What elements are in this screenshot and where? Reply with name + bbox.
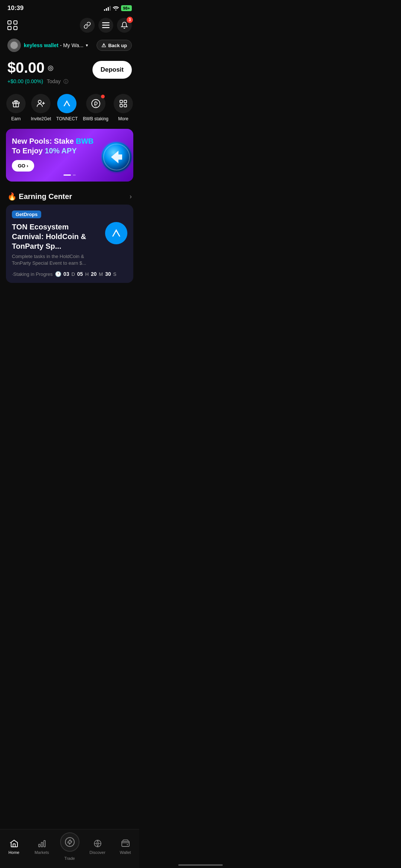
- balance-change: +$0.00 (0.00%): [7, 78, 43, 84]
- more-icon-wrap: [114, 94, 133, 113]
- header-actions: 3: [80, 18, 132, 33]
- tonnect-icon-wrap: [57, 94, 76, 113]
- banner-dot-active: [63, 174, 71, 176]
- earning-card-desc: Complete tasks in the HoldCoin & TonPart…: [12, 253, 101, 267]
- backup-label: Back up: [108, 43, 127, 48]
- apps-button[interactable]: [7, 20, 18, 30]
- bwb-notif-dot: [101, 95, 105, 98]
- battery-icon: 98+: [121, 5, 132, 11]
- menu-button[interactable]: [98, 18, 113, 33]
- banner-line1: New Pools: Stake: [12, 137, 76, 145]
- wifi-icon: [113, 6, 119, 10]
- tonnect-icon: [62, 99, 72, 108]
- timer-days: 03: [63, 271, 69, 277]
- wallet-name-row: keyless wallet - My Wa... ▾: [24, 42, 88, 48]
- invite2get-icon-wrap: [31, 94, 50, 113]
- svg-rect-16: [124, 100, 127, 103]
- menu-icon: [102, 22, 110, 28]
- tonnect-logo-icon: [110, 227, 122, 239]
- earning-card-title: TON Ecosystem Carnival: HoldCoin & TonPa…: [12, 222, 101, 251]
- chevron-right-icon: ›: [130, 193, 132, 200]
- deposit-button[interactable]: Deposit: [92, 61, 132, 79]
- earn-action[interactable]: Earn: [6, 94, 26, 121]
- banner-dots: [12, 174, 127, 176]
- svg-rect-1: [102, 25, 110, 26]
- wallet-row: keyless wallet - My Wa... ▾ ⚠ Back up: [0, 37, 139, 56]
- banner-go-button[interactable]: GO ›: [12, 160, 34, 172]
- wallet-info[interactable]: keyless wallet - My Wa... ▾: [7, 39, 88, 52]
- svg-rect-0: [102, 22, 110, 23]
- tonnect-action[interactable]: TONNECT: [56, 94, 78, 121]
- bwb-staking-action[interactable]: BWB staking: [83, 94, 108, 121]
- status-icons: 98+: [104, 5, 132, 11]
- banner-dot-1: [73, 174, 76, 176]
- earning-center-title: 🔥 Earning Center: [7, 192, 72, 201]
- balance-section: $0.00 ◎ +$0.00 (0.00%) Today ⓘ Deposit: [0, 56, 139, 87]
- invite2get-label: Invite2Get: [31, 116, 51, 121]
- banner-line2: To Enjoy: [12, 147, 45, 155]
- svg-rect-2: [102, 27, 110, 28]
- more-label: More: [118, 116, 128, 121]
- timer-secs-label: S: [113, 271, 117, 277]
- eye-icon[interactable]: ◎: [48, 64, 53, 72]
- staking-tag: ·Staking in Progres: [12, 271, 53, 277]
- earning-card[interactable]: GetDrops TON Ecosystem Carnival: HoldCoi…: [6, 205, 133, 283]
- link-icon: [84, 22, 91, 29]
- timer-secs: 30: [105, 271, 111, 277]
- banner-coin: [100, 140, 130, 170]
- wallet-name-suffix: - My Wa...: [60, 42, 83, 48]
- balance-left: $0.00 ◎ +$0.00 (0.00%) Today ⓘ: [7, 59, 68, 85]
- info-icon: ⓘ: [63, 79, 68, 84]
- backup-button[interactable]: ⚠ Back up: [97, 40, 132, 51]
- balance-period: Today: [47, 78, 61, 84]
- banner-highlight1: BWB: [76, 137, 94, 145]
- svg-rect-17: [120, 104, 123, 107]
- quick-actions: Earn Invite2Get TONNECT: [0, 87, 139, 124]
- header: 3: [0, 15, 139, 37]
- balance-value: $0.00: [7, 59, 45, 76]
- bell-icon: [121, 21, 128, 29]
- getdrops-badge: GetDrops: [12, 211, 41, 218]
- signal-icon: [104, 6, 111, 11]
- notification-wrapper: 3: [117, 18, 132, 33]
- banner-highlight2: 10% APY: [45, 147, 77, 155]
- svg-rect-15: [120, 100, 123, 103]
- balance-amount: $0.00 ◎: [7, 59, 68, 76]
- person-add-icon: [36, 99, 45, 108]
- timer-mins: 20: [91, 271, 97, 277]
- bwb-staking-icon-wrap: [86, 94, 105, 113]
- wallet-name-green: keyless wallet: [24, 42, 58, 48]
- circle-dollar-icon: [91, 99, 101, 108]
- svg-point-6: [38, 100, 41, 103]
- earn-label: Earn: [11, 116, 20, 121]
- earning-card-text: TON Ecosystem Carnival: HoldCoin & TonPa…: [12, 222, 101, 267]
- avatar: [7, 39, 21, 52]
- timer-mins-label: M: [99, 271, 103, 277]
- link-button[interactable]: [80, 18, 95, 33]
- invite2get-action[interactable]: Invite2Get: [31, 94, 51, 121]
- svg-rect-18: [124, 104, 127, 107]
- chevron-down-icon: ▾: [86, 43, 88, 48]
- earning-center-header[interactable]: 🔥 Earning Center ›: [0, 186, 139, 205]
- timer-hours-label: H: [85, 271, 88, 277]
- more-action[interactable]: More: [114, 94, 133, 121]
- earning-card-footer: ·Staking in Progres 🕐 03 D 05 H 20 M 30 …: [12, 271, 127, 277]
- banner[interactable]: New Pools: Stake BWB To Enjoy 10% APY GO…: [6, 129, 133, 182]
- notification-badge: 3: [127, 17, 133, 23]
- timer-hours: 05: [77, 271, 83, 277]
- tonnect-label: TONNECT: [56, 116, 78, 121]
- earning-card-logo: [105, 222, 127, 244]
- status-time: 10:39: [7, 4, 23, 12]
- grid-icon: [119, 99, 128, 108]
- status-bar: 10:39 98+: [0, 0, 139, 15]
- gift-icon: [12, 99, 20, 108]
- earning-card-content: TON Ecosystem Carnival: HoldCoin & TonPa…: [12, 222, 127, 267]
- apps-icon: [7, 20, 18, 30]
- clock-icon: 🕐: [55, 271, 61, 277]
- bwb-staking-label: BWB staking: [83, 116, 108, 121]
- warning-icon: ⚠: [101, 42, 106, 48]
- timer-days-label: D: [71, 271, 75, 277]
- earn-icon-wrap: [6, 94, 26, 113]
